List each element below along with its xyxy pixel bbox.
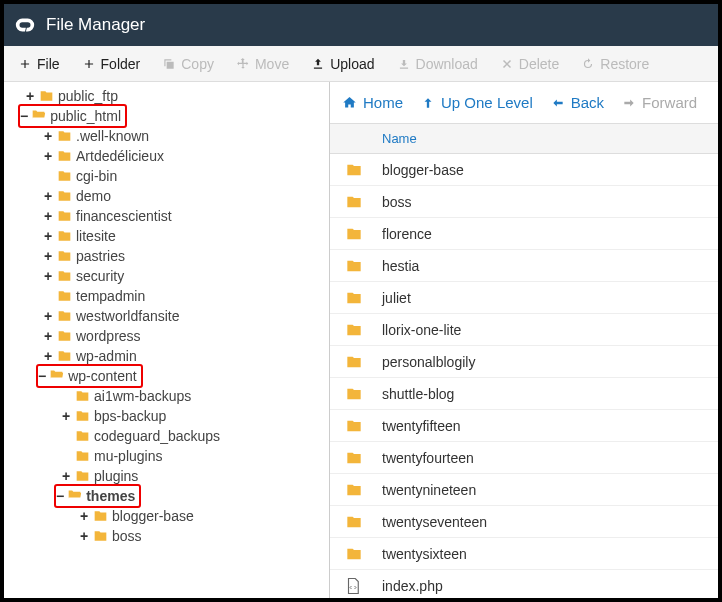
folder-icon bbox=[38, 89, 55, 103]
tree-node-blogger_base[interactable]: +blogger-base bbox=[4, 506, 329, 526]
restore-button[interactable]: Restore bbox=[571, 52, 659, 76]
tree-node-westworldfansite[interactable]: +westworldfansite bbox=[4, 306, 329, 326]
file-name: twentynineteen bbox=[382, 482, 476, 498]
file-button[interactable]: File bbox=[8, 52, 70, 76]
expand-icon[interactable]: + bbox=[42, 326, 54, 346]
folder-icon bbox=[344, 322, 366, 338]
tree-node-ai1wm[interactable]: ai1wm-backups bbox=[4, 386, 329, 406]
folder-icon bbox=[56, 349, 73, 363]
folder-icon bbox=[74, 409, 91, 423]
list-item[interactable]: florence bbox=[330, 218, 718, 250]
folder-icon bbox=[74, 429, 91, 443]
expand-icon[interactable]: + bbox=[42, 126, 54, 146]
delete-button[interactable]: Delete bbox=[490, 52, 569, 76]
file-name: twentyfourteen bbox=[382, 450, 474, 466]
tree-node-public_ftp[interactable]: +public_ftp bbox=[4, 86, 329, 106]
folder-icon bbox=[344, 546, 366, 562]
tree-node-well_known[interactable]: +.well-known bbox=[4, 126, 329, 146]
list-item[interactable]: llorix-one-lite bbox=[330, 314, 718, 346]
expand-icon[interactable]: + bbox=[78, 526, 90, 546]
expand-icon[interactable]: + bbox=[42, 206, 54, 226]
tree-node-label: financescientist bbox=[76, 206, 172, 226]
list-item[interactable]: hestia bbox=[330, 250, 718, 282]
file-name: llorix-one-lite bbox=[382, 322, 461, 338]
tree-node-codeguard[interactable]: codeguard_backups bbox=[4, 426, 329, 446]
move-button[interactable]: Move bbox=[226, 52, 299, 76]
tree-node-wordpress[interactable]: +wordpress bbox=[4, 326, 329, 346]
expand-icon[interactable]: + bbox=[42, 346, 54, 366]
tree-node-mu_plugins[interactable]: mu-plugins bbox=[4, 446, 329, 466]
list-item[interactable]: personalblogily bbox=[330, 346, 718, 378]
expand-icon[interactable]: + bbox=[78, 506, 90, 526]
expand-icon[interactable]: + bbox=[42, 306, 54, 326]
tree-node-plugins[interactable]: +plugins bbox=[4, 466, 329, 486]
folder-icon bbox=[56, 129, 73, 143]
folder-icon bbox=[344, 194, 366, 210]
expand-icon[interactable]: + bbox=[60, 466, 72, 486]
tree-node-wp_content[interactable]: −wp-content bbox=[4, 366, 329, 386]
tree-node-bps[interactable]: +bps-backup bbox=[4, 406, 329, 426]
list-item[interactable]: boss bbox=[330, 186, 718, 218]
tree-node-pastries[interactable]: +pastries bbox=[4, 246, 329, 266]
expand-icon[interactable]: + bbox=[42, 246, 54, 266]
file-name: blogger-base bbox=[382, 162, 464, 178]
expand-icon[interactable]: + bbox=[24, 86, 36, 106]
list-item[interactable]: twentyseventeen bbox=[330, 506, 718, 538]
folder-button[interactable]: Folder bbox=[72, 52, 151, 76]
tree-node-tempadmin[interactable]: tempadmin bbox=[4, 286, 329, 306]
folder-icon bbox=[344, 482, 366, 498]
tree-node-public_html[interactable]: −public_html bbox=[4, 106, 329, 126]
tree-node-label: wp-content bbox=[68, 368, 136, 384]
folder-icon bbox=[344, 354, 366, 370]
tree-node-label: mu-plugins bbox=[94, 446, 162, 466]
folder-icon bbox=[344, 386, 366, 402]
tree-node-demo[interactable]: +demo bbox=[4, 186, 329, 206]
back-button[interactable]: Back bbox=[551, 94, 604, 111]
folder-open-icon bbox=[30, 107, 47, 121]
expand-icon[interactable]: + bbox=[42, 226, 54, 246]
tree-node-litesite[interactable]: +litesite bbox=[4, 226, 329, 246]
expand-icon[interactable]: + bbox=[42, 186, 54, 206]
tree-node-label: demo bbox=[76, 186, 111, 206]
up-one-level-button[interactable]: Up One Level bbox=[421, 94, 533, 111]
tree-node-label: wp-admin bbox=[76, 346, 137, 366]
tree-node-label: bps-backup bbox=[94, 406, 166, 426]
tree-node-artdede[interactable]: +Artdedélicieux bbox=[4, 146, 329, 166]
column-header-name[interactable]: Name bbox=[330, 124, 718, 154]
folder-icon bbox=[92, 509, 109, 523]
folder-icon bbox=[56, 309, 73, 323]
expand-icon[interactable]: + bbox=[42, 146, 54, 166]
collapse-icon[interactable]: − bbox=[56, 488, 64, 504]
list-item[interactable]: shuttle-blog bbox=[330, 378, 718, 410]
expand-icon[interactable]: + bbox=[42, 266, 54, 286]
list-item[interactable]: juliet bbox=[330, 282, 718, 314]
cpanel-logo-icon bbox=[14, 14, 36, 36]
tree-node-financescientist[interactable]: +financescientist bbox=[4, 206, 329, 226]
expand-icon[interactable]: + bbox=[60, 406, 72, 426]
upload-button[interactable]: Upload bbox=[301, 52, 384, 76]
list-item[interactable]: twentysixteen bbox=[330, 538, 718, 570]
tree-node-themes[interactable]: −themes bbox=[4, 486, 329, 506]
folder-open-icon bbox=[66, 487, 83, 501]
download-button[interactable]: Download bbox=[387, 52, 488, 76]
tree-node-wp_admin[interactable]: +wp-admin bbox=[4, 346, 329, 366]
list-item[interactable]: twentyfourteen bbox=[330, 442, 718, 474]
collapse-icon[interactable]: − bbox=[38, 368, 46, 384]
collapse-icon[interactable]: − bbox=[20, 108, 28, 124]
forward-button[interactable]: Forward bbox=[622, 94, 697, 111]
list-item[interactable]: blogger-base bbox=[330, 154, 718, 186]
folder-tree: +public_ftp−public_html+.well-known+Artd… bbox=[4, 82, 330, 598]
tree-node-cgi_bin[interactable]: cgi-bin bbox=[4, 166, 329, 186]
list-item[interactable]: twentyfifteen bbox=[330, 410, 718, 442]
tree-node-security[interactable]: +security bbox=[4, 266, 329, 286]
file-name: hestia bbox=[382, 258, 419, 274]
copy-button[interactable]: Copy bbox=[152, 52, 224, 76]
list-item[interactable]: index.php bbox=[330, 570, 718, 598]
file-name: personalblogily bbox=[382, 354, 475, 370]
folder-icon bbox=[344, 290, 366, 306]
tree-node-boss[interactable]: +boss bbox=[4, 526, 329, 546]
home-button[interactable]: Home bbox=[342, 94, 403, 111]
folder-icon bbox=[56, 329, 73, 343]
tree-node-label: cgi-bin bbox=[76, 166, 117, 186]
list-item[interactable]: twentynineteen bbox=[330, 474, 718, 506]
